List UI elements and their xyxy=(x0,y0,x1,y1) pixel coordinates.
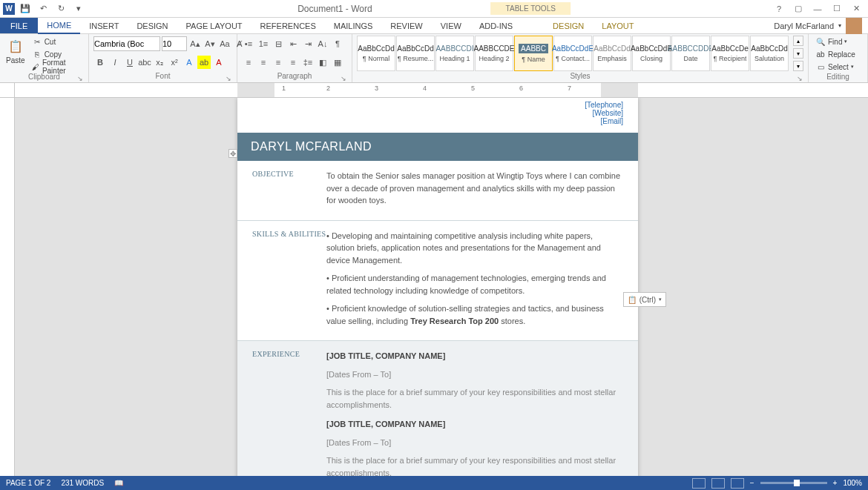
exp2-dates[interactable]: [Dates From – To] xyxy=(326,437,623,449)
change-case-icon[interactable]: Aa xyxy=(218,37,231,50)
select-button[interactable]: ▭Select▾ xyxy=(813,61,858,73)
zoom-out-icon[interactable]: − xyxy=(750,479,754,487)
style-emphasis[interactable]: AaBbCcDdEmphasis xyxy=(593,36,631,71)
format-painter-button[interactable]: 🖌Format Painter xyxy=(30,61,84,73)
skills-bullet-2[interactable]: • Proficient understanding of management… xyxy=(326,272,623,297)
borders-icon[interactable]: ▦ xyxy=(331,56,344,69)
superscript-icon[interactable]: x² xyxy=(168,56,181,69)
zoom-level[interactable]: 100% xyxy=(843,479,862,487)
skills-bullet-1[interactable]: • Developing and maintaining competitive… xyxy=(326,230,623,267)
paste-button[interactable]: 📋 Paste xyxy=(4,36,27,64)
grow-font-icon[interactable]: A▴ xyxy=(188,37,202,50)
link-email[interactable]: [Email] xyxy=(252,117,623,125)
align-left-icon[interactable]: ≡ xyxy=(242,56,255,69)
help-icon[interactable]: ? xyxy=(770,1,788,16)
link-telephone[interactable]: [Telephone] xyxy=(252,101,623,109)
text-effects-icon[interactable]: A xyxy=(183,56,196,69)
italic-icon[interactable]: I xyxy=(108,56,122,69)
font-size-select[interactable] xyxy=(162,36,187,51)
ribbon-options-icon[interactable]: ▢ xyxy=(789,1,807,16)
strikethrough-icon[interactable]: abc xyxy=(138,56,151,69)
exp2-title[interactable]: [JOB TITLE, COMPANY NAME] xyxy=(326,418,623,431)
tab-table-layout[interactable]: LAYOUT xyxy=(593,18,642,33)
shading-icon[interactable]: ◧ xyxy=(316,56,329,69)
justify-icon[interactable]: ≡ xyxy=(286,56,300,69)
document-page[interactable]: [Telephone] [Website] [Email] DARYL MCFA… xyxy=(237,98,638,476)
exp1-title[interactable]: [JOB TITLE, COMPANY NAME] xyxy=(326,350,623,362)
style-closing[interactable]: AaBbCcDdEClosing xyxy=(632,36,671,71)
style---normal[interactable]: AaBbCcDd¶ Normal xyxy=(357,36,395,71)
zoom-slider[interactable] xyxy=(760,482,827,484)
objective-text[interactable]: To obtain the Senior sales manager posit… xyxy=(326,170,623,207)
tab-mailings[interactable]: MAILINGS xyxy=(325,18,382,33)
status-page[interactable]: PAGE 1 OF 2 xyxy=(6,479,50,487)
numbering-icon[interactable]: 1≡ xyxy=(257,37,270,50)
user-account[interactable]: Daryl McFarland ▾ xyxy=(768,18,868,33)
increase-indent-icon[interactable]: ⇥ xyxy=(301,37,315,50)
style---recipient[interactable]: AaBbCcDe¶ Recipient xyxy=(711,36,749,71)
view-print-icon[interactable] xyxy=(711,478,725,489)
style---resume---[interactable]: AaBbCcDd¶ Resume... xyxy=(396,36,435,71)
status-words[interactable]: 231 WORDS xyxy=(61,479,104,487)
replace-button[interactable]: abReplace xyxy=(813,48,858,60)
tab-design[interactable]: DESIGN xyxy=(128,18,177,33)
subscript-icon[interactable]: x₂ xyxy=(153,56,166,69)
cut-button[interactable]: ✂Cut xyxy=(30,36,84,47)
maximize-icon[interactable]: ☐ xyxy=(828,1,846,16)
tab-add-ins[interactable]: ADD-INS xyxy=(470,18,522,33)
multilevel-icon[interactable]: ⊟ xyxy=(272,37,285,50)
close-icon[interactable]: ✕ xyxy=(847,1,865,16)
style-date[interactable]: AABBCCDDEDate xyxy=(671,36,710,71)
resume-name-heading[interactable]: DARYL MCFARLAND xyxy=(237,133,638,161)
style-heading-2[interactable]: AABBCCDEHeading 2 xyxy=(475,36,513,71)
style---name[interactable]: AABBC¶ Name xyxy=(514,36,553,71)
exp1-desc[interactable]: This is the place for a brief summary of… xyxy=(326,386,623,411)
styles-scroll-up-icon[interactable]: ▴ xyxy=(793,36,803,46)
exp2-desc[interactable]: This is the place for a brief summary of… xyxy=(326,454,623,476)
styles-more-icon[interactable]: ▾ xyxy=(793,61,803,71)
qat-customize-icon[interactable]: ▾ xyxy=(71,1,86,16)
style-heading-1[interactable]: AABBCCDIHeading 1 xyxy=(435,36,474,71)
skills-bullet-3[interactable]: • Proficient knowledge of solution-selli… xyxy=(326,302,623,327)
qat-undo-icon[interactable]: ↶ xyxy=(36,1,50,16)
link-website[interactable]: [Website] xyxy=(252,109,623,117)
tab-table-design[interactable]: DESIGN xyxy=(544,18,593,33)
view-read-icon[interactable] xyxy=(692,478,706,489)
qat-redo-icon[interactable]: ↻ xyxy=(53,1,68,16)
styles-scroll-down-icon[interactable]: ▾ xyxy=(793,48,803,59)
tab-references[interactable]: REFERENCES xyxy=(251,18,325,33)
minimize-icon[interactable]: — xyxy=(809,1,826,16)
view-web-icon[interactable] xyxy=(731,478,744,489)
tab-home[interactable]: HOME xyxy=(38,18,80,34)
table-move-handle-icon[interactable]: ✥ xyxy=(228,149,237,158)
style-salutation[interactable]: AaBbCcDdSalutation xyxy=(750,36,789,71)
underline-icon[interactable]: U xyxy=(123,56,137,69)
align-right-icon[interactable]: ≡ xyxy=(272,56,285,69)
paste-options-button[interactable]: 📋(Ctrl)▾ xyxy=(623,292,666,307)
align-center-icon[interactable]: ≡ xyxy=(257,56,270,69)
paragraph-launcher-icon[interactable]: ↘ xyxy=(340,75,347,82)
font-name-select[interactable] xyxy=(93,36,160,51)
decrease-indent-icon[interactable]: ⇤ xyxy=(286,37,300,50)
style---contact---[interactable]: AaBbCcDdE¶ Contact... xyxy=(553,36,592,71)
tab-view[interactable]: VIEW xyxy=(432,18,470,33)
exp1-dates[interactable]: [Dates From – To] xyxy=(326,368,623,381)
sort-icon[interactable]: A↓ xyxy=(316,37,329,50)
line-spacing-icon[interactable]: ‡≡ xyxy=(301,56,315,69)
find-button[interactable]: 🔍Find▾ xyxy=(813,36,858,47)
tab-file[interactable]: FILE xyxy=(0,18,38,33)
bullets-icon[interactable]: •≡ xyxy=(242,37,255,50)
show-marks-icon[interactable]: ¶ xyxy=(331,37,344,50)
status-spell-icon[interactable]: 📖 xyxy=(114,479,123,487)
tab-page-layout[interactable]: PAGE LAYOUT xyxy=(177,18,251,33)
tab-insert[interactable]: INSERT xyxy=(80,18,128,33)
shrink-font-icon[interactable]: A▾ xyxy=(203,37,217,50)
qat-save-icon[interactable]: 💾 xyxy=(18,1,33,16)
horizontal-ruler[interactable]: 1 2 3 4 5 6 7 xyxy=(15,83,868,97)
tab-review[interactable]: REVIEW xyxy=(381,18,431,33)
vertical-ruler[interactable] xyxy=(0,98,15,476)
font-color-icon[interactable]: A xyxy=(212,56,226,69)
styles-launcher-icon[interactable]: ↘ xyxy=(796,75,803,82)
zoom-in-icon[interactable]: + xyxy=(833,479,838,487)
bold-icon[interactable]: B xyxy=(93,56,107,69)
